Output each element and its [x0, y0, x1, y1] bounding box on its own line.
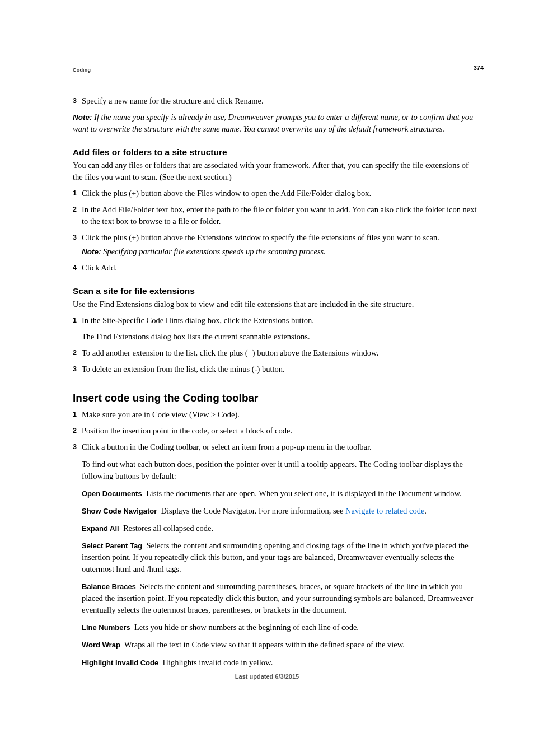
definition-item: Select Parent Tag Selects the content an…: [82, 540, 478, 575]
definition-item: Highlight Invalid Code Highlights invali…: [82, 657, 478, 669]
list-item: 2 To add another extension to the list, …: [73, 347, 478, 359]
definition-label: Word Wrap: [82, 641, 120, 649]
definition-label: Balance Braces: [82, 582, 136, 591]
step-text: To delete an extension from the list, cl…: [82, 363, 478, 375]
step-text: In the Add File/Folder text box, enter t…: [82, 204, 478, 227]
step-number: 3: [73, 363, 82, 375]
step-text: To add another extension to the list, cl…: [82, 347, 478, 359]
definition-item: Show Code Navigator Displays the Code Na…: [82, 505, 478, 517]
step-number: 1: [73, 315, 82, 343]
step-number: 3: [73, 95, 82, 107]
step-text-inner: Click the plus (+) button above the Exte…: [82, 233, 439, 242]
step-subtext: The Find Extensions dialog box lists the…: [82, 331, 478, 343]
definition-text: Lets you hide or show numbers at the beg…: [134, 623, 359, 632]
definition-item: Expand All Restores all collapsed code.: [82, 522, 478, 534]
note-block: Note: If the name you specify is already…: [73, 111, 478, 135]
list-item: 2 Position the insertion point in the co…: [73, 425, 478, 437]
definition-label: Line Numbers: [82, 623, 130, 632]
page-number: 374: [470, 64, 484, 78]
list-item: 2 In the Add File/Folder text box, enter…: [73, 204, 478, 227]
step-text: Position the insertion point in the code…: [82, 425, 478, 437]
note-label: Note:: [73, 113, 92, 122]
definition-label: Select Parent Tag: [82, 542, 142, 550]
definition-item: Balance Braces Selects the content and s…: [82, 581, 478, 616]
definition-label: Open Documents: [82, 489, 142, 498]
list-item: 3 Click a button in the Coding toolbar, …: [73, 441, 478, 482]
step-text: Click the plus (+) button above the File…: [82, 188, 478, 199]
step-number: 2: [73, 204, 82, 227]
step-number: 4: [73, 262, 82, 274]
step-text: Click the plus (+) button above the Exte…: [82, 232, 478, 258]
list-item: 1 Make sure you are in Code view (View >…: [73, 409, 478, 421]
step-text: Specify a new name for the structure and…: [82, 95, 478, 107]
heading-scan-site: Scan a site for file extensions: [73, 286, 478, 296]
step-number: 2: [73, 425, 82, 437]
step-number: 3: [73, 232, 82, 258]
list-item: 4 Click Add.: [73, 262, 478, 274]
definition-text: Selects the content and surrounding pare…: [82, 582, 473, 614]
note-text: Specifying particular file extensions sp…: [103, 247, 326, 256]
definition-item: Line Numbers Lets you hide or show numbe…: [82, 622, 478, 633]
definition-item: Word Wrap Wraps all the text in Code vie…: [82, 639, 478, 651]
inline-note: Note: Specifying particular file extensi…: [82, 246, 478, 258]
step-text-inner: Click a button in the Coding toolbar, or…: [82, 442, 372, 451]
paragraph: Use the Find Extensions dialog box to vi…: [73, 298, 478, 310]
definition-text: Highlights invalid code in yellow.: [162, 658, 273, 667]
definition-text-post: .: [424, 506, 427, 515]
list-item: 3 Click the plus (+) button above the Ex…: [73, 232, 478, 258]
note-label: Note:: [82, 248, 101, 256]
list-item: 1 In the Site-Specific Code Hints dialog…: [73, 315, 478, 343]
heading-add-files: Add files or folders to a site structure: [73, 147, 478, 157]
step-number: 2: [73, 347, 82, 359]
step-text: Click Add.: [82, 262, 478, 274]
header-section-label: Coding: [73, 67, 478, 73]
page-container: 374 Coding 3 Specify a new name for the …: [0, 0, 534, 708]
definition-text-pre: Displays the Code Navigator. For more in…: [161, 506, 345, 515]
step-text: In the Site-Specific Code Hints dialog b…: [82, 315, 478, 343]
step-number: 1: [73, 409, 82, 421]
definition-item: Open Documents Lists the documents that …: [82, 488, 478, 500]
definition-text: Lists the documents that are open. When …: [146, 489, 462, 498]
definition-label: Highlight Invalid Code: [82, 659, 158, 667]
heading-insert-code: Insert code using the Coding toolbar: [73, 392, 478, 404]
list-item: 3 Specify a new name for the structure a…: [73, 95, 478, 107]
list-item: 3 To delete an extension from the list, …: [73, 363, 478, 375]
step-text: Click a button in the Coding toolbar, or…: [82, 441, 478, 482]
link-navigate-related-code[interactable]: Navigate to related code: [345, 506, 424, 515]
step-number: 1: [73, 188, 82, 199]
definition-label: Expand All: [82, 524, 119, 533]
paragraph: You can add any files or folders that ar…: [73, 160, 478, 183]
list-item: 1 Click the plus (+) button above the Fi…: [73, 188, 478, 199]
definition-text: Restores all collapsed code.: [123, 524, 213, 533]
step-number: 3: [73, 441, 82, 482]
step-text: Make sure you are in Code view (View > C…: [82, 409, 478, 421]
definitions-block: Open Documents Lists the documents that …: [82, 488, 478, 668]
step-text-inner: In the Site-Specific Code Hints dialog b…: [82, 316, 314, 325]
definition-text: Wraps all the text in Code view so that …: [124, 640, 405, 649]
step-subtext: To find out what each button does, posit…: [82, 459, 478, 482]
note-text: If the name you specify is already in us…: [73, 113, 473, 133]
definition-label: Show Code Navigator: [82, 507, 157, 515]
footer-last-updated: Last updated 6/3/2015: [0, 673, 534, 680]
